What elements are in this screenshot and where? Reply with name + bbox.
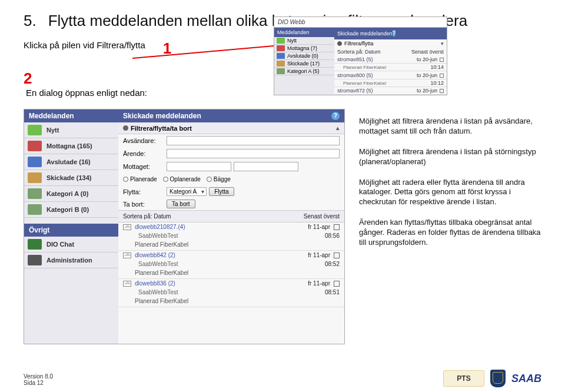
slide-footer: Version 8.0 Sida 12 bbox=[24, 373, 53, 386]
sidebar-item-label: Kategori B (0) bbox=[46, 206, 89, 213]
sidebar-item-admin[interactable]: Administration bbox=[24, 253, 118, 268]
list-item[interactable]: dlowebb836 (2)fr 11-apr bbox=[118, 279, 344, 288]
sidebar-item-label: Skickade (17) bbox=[287, 61, 320, 67]
row-checkbox[interactable] bbox=[334, 281, 340, 287]
folder-icon bbox=[277, 38, 285, 44]
folder-icon bbox=[277, 68, 285, 74]
tabort-button[interactable]: Ta bort bbox=[167, 200, 195, 208]
row-checkbox[interactable] bbox=[334, 224, 340, 230]
sidebar-item-nytt[interactable]: Nytt bbox=[24, 122, 118, 138]
row-time: fr 11-apr bbox=[308, 280, 330, 287]
radio-bagge[interactable]: Bägge bbox=[207, 176, 231, 182]
field-avsandare: Avsändare: bbox=[118, 134, 344, 147]
saab-logo: SAAB bbox=[511, 373, 541, 385]
flytta-select[interactable]: Kategori A bbox=[167, 187, 207, 196]
sidebar-item-mottagna[interactable]: Mottagna (7) bbox=[274, 45, 334, 52]
row-subtime: 10:14 bbox=[430, 64, 444, 70]
sidebar-item-kategori-b[interactable]: Kategori B (0) bbox=[24, 202, 118, 218]
filter-title: Filtrera/flytta/ta bort bbox=[131, 125, 192, 132]
sidebar-item-nytt[interactable]: Nytt bbox=[274, 37, 334, 45]
callout-number-2: 2 bbox=[24, 69, 32, 88]
sidebar-item-kategori-a[interactable]: Kategori A (0) bbox=[24, 186, 118, 202]
small-main-header: Skickade meddelanden? bbox=[334, 28, 447, 39]
row-sub: Planerad FiberKabel bbox=[337, 81, 430, 86]
flytta-label: Flytta: bbox=[123, 188, 164, 195]
row-checkbox[interactable] bbox=[440, 58, 444, 62]
row-sub: SaabWebbTest bbox=[135, 232, 325, 239]
sidebar-item-mottagna[interactable]: Mottagna (165) bbox=[24, 138, 118, 154]
radio-oplanerade[interactable]: Oplanerade bbox=[163, 176, 201, 182]
flytta-button[interactable]: Flytta bbox=[209, 187, 234, 196]
folder-icon bbox=[28, 141, 42, 151]
row-subtime: 08:56 bbox=[325, 232, 340, 239]
filter-toggle-row[interactable]: Filtrera/flytta ▾ bbox=[334, 39, 447, 48]
sidebar-item-avslutade[interactable]: Avslutade (0) bbox=[274, 52, 334, 60]
sidebar-item-label: Nytt bbox=[46, 127, 59, 134]
sidebar-item-chat[interactable]: DIO Chat bbox=[24, 237, 118, 253]
sidebar-item-skickade[interactable]: Skickade (17) bbox=[274, 60, 334, 68]
envelope-icon bbox=[123, 224, 131, 230]
help-icon[interactable]: ? bbox=[331, 112, 340, 120]
row-subtime: 08:52 bbox=[325, 261, 340, 267]
sidebar-item-avslutade[interactable]: Avslutade (16) bbox=[24, 154, 118, 170]
row-time: fr 11-apr bbox=[308, 224, 330, 230]
list-item[interactable]: dlowebb842 (2)fr 11-apr bbox=[118, 251, 344, 260]
mottaget-to-input[interactable] bbox=[234, 162, 298, 171]
radio-planerade[interactable]: Planerade bbox=[123, 176, 157, 182]
radio-label: Oplanerade bbox=[170, 176, 201, 182]
row-checkbox[interactable] bbox=[334, 253, 340, 258]
row-name: stromav872 (5) bbox=[337, 88, 417, 94]
row-checkbox[interactable] bbox=[440, 74, 444, 78]
field-arende: Ärende: bbox=[118, 147, 344, 160]
mottaget-from-input[interactable] bbox=[167, 162, 231, 171]
list-item-sub: Planerad FiberKabel10:12 bbox=[334, 79, 447, 87]
sidebar-item-skickade[interactable]: Skickade (134) bbox=[24, 170, 118, 186]
list-item-sub: SaabWebbTest08:52 bbox=[118, 260, 344, 268]
chevron-down-icon[interactable]: ▾ bbox=[441, 41, 444, 46]
arende-input[interactable] bbox=[167, 149, 340, 158]
sidebar-item-label: Kategori A (0) bbox=[46, 190, 88, 197]
field-label: Mottaget: bbox=[123, 163, 164, 170]
sidebar-item-label: Avslutade (16) bbox=[46, 158, 91, 165]
small-main: Skickade meddelanden? Filtrera/flytta ▾ … bbox=[334, 28, 447, 95]
avsandare-input[interactable] bbox=[167, 136, 340, 145]
sidebar-item-kategori-a[interactable]: Kategori A (5) bbox=[274, 68, 334, 75]
row-checkbox[interactable] bbox=[440, 89, 444, 93]
ovrigt-header: Övrigt bbox=[24, 224, 118, 237]
note-3: Möjlighet att radera eller flytta ärende… bbox=[359, 178, 547, 208]
field-mottaget: Mottaget: bbox=[118, 160, 344, 173]
list-item[interactable]: dlowebb210827.(4)fr 11-apr bbox=[118, 222, 344, 231]
tabort-label: Ta bort: bbox=[123, 201, 164, 208]
sidebar-item-label: Skickade (134) bbox=[46, 174, 91, 181]
large-main-header: Skickade meddelanden? bbox=[118, 109, 344, 122]
radio-row: Planerade Oplanerade Bägge bbox=[118, 173, 344, 185]
radio-icon bbox=[123, 177, 128, 182]
list-item-sub: Planerad FiberKabel10:14 bbox=[334, 64, 447, 71]
help-icon[interactable]: ? bbox=[393, 30, 396, 36]
sort-right[interactable]: Senast överst bbox=[304, 213, 340, 220]
row-name: dlowebb842 (2) bbox=[135, 252, 308, 258]
chevron-up-icon[interactable]: ▴ bbox=[336, 124, 340, 132]
field-label: Avsändare: bbox=[123, 137, 164, 144]
sort-left[interactable]: Sortera på: Datum bbox=[123, 213, 304, 220]
note-2: Möjlighet att filtrera ärendena i listan… bbox=[359, 147, 547, 167]
envelope-icon bbox=[123, 253, 131, 258]
pts-logo: PTS bbox=[443, 370, 484, 387]
shield-logo bbox=[490, 370, 506, 387]
note-1: Möjlighet att filtrera ärendena i listan… bbox=[359, 117, 547, 137]
row-time: to 20-jun bbox=[417, 88, 437, 94]
radio-label: Planerade bbox=[130, 176, 157, 182]
heading-number: 5. bbox=[24, 12, 36, 30]
list-item[interactable]: stromav872 (5)to 20-jun bbox=[334, 87, 447, 95]
sort-row: Sortera på: DatumSenast överst bbox=[334, 48, 447, 56]
small-side-header: Meddelanden bbox=[274, 28, 334, 37]
row-subtime: 10:12 bbox=[430, 80, 444, 86]
sidebar-item-label: Avslutade (0) bbox=[287, 53, 318, 59]
list-item[interactable]: stromav800 (5)to 20-jun bbox=[334, 72, 447, 79]
list-item[interactable]: stromav851 (5)to 20-jun bbox=[334, 56, 447, 64]
filter-title-row[interactable]: Filtrera/flytta/ta bort ▴ bbox=[118, 122, 344, 134]
gear-icon bbox=[28, 255, 42, 265]
folder-icon bbox=[28, 204, 42, 215]
radio-icon bbox=[207, 177, 212, 182]
large-side-header: Meddelanden bbox=[24, 109, 118, 122]
